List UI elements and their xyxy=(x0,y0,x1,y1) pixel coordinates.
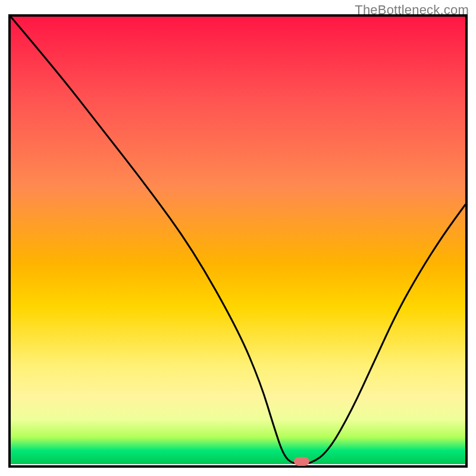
chart-background-gradient xyxy=(11,17,465,464)
watermark-text: TheBottleneck.com xyxy=(355,2,469,18)
optimal-marker xyxy=(294,457,309,466)
chart-container: TheBottleneck.com xyxy=(0,0,476,476)
bottleneck-chart xyxy=(0,0,476,476)
